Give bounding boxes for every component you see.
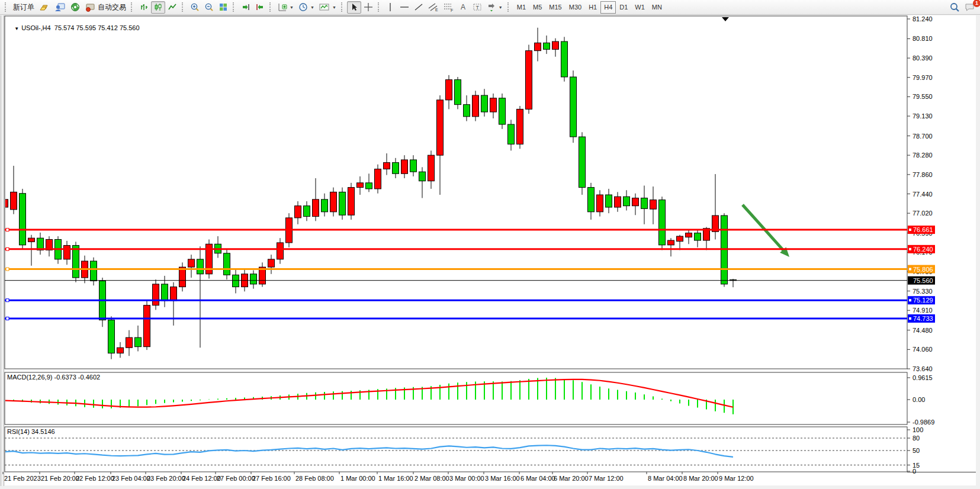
chart-canvas[interactable]: 81.24080.81080.39079.97079.55079.13078.7… [0, 0, 980, 489]
candle-up [535, 43, 541, 50]
svg-text:A: A [461, 3, 465, 11]
auto-scroll-icon[interactable] [239, 1, 253, 14]
candle-up [357, 183, 364, 188]
timeframe-h1[interactable]: H1 [585, 1, 600, 14]
candle-up [179, 267, 186, 287]
chart-symbol-period: USOil-,H4 [21, 24, 51, 31]
user-terminal-icon[interactable] [52, 1, 68, 14]
candle-up [64, 246, 70, 259]
macd-indicator-label: MACD(12,26,9) -0.6373 -0.4602 [7, 374, 100, 381]
timeframe-h4[interactable]: H4 [600, 1, 616, 14]
candle-up [615, 197, 621, 207]
candle-down [570, 77, 577, 137]
candle-up [375, 169, 381, 189]
timeframe-m1[interactable]: M1 [513, 1, 529, 14]
candle-up [428, 155, 435, 181]
timeframe-mn[interactable]: MN [648, 1, 666, 14]
candle-up [330, 192, 337, 211]
fibonacci-tool-icon[interactable]: F [441, 1, 457, 14]
period-clock-button[interactable]: ▼ [296, 1, 317, 14]
candle-up [28, 238, 35, 242]
candle-up [313, 200, 319, 217]
crosshair-tool-icon[interactable] [361, 1, 375, 14]
time-axis[interactable] [5, 472, 976, 485]
svg-text:F: F [451, 8, 453, 12]
candle-up [188, 259, 195, 267]
candle-down [162, 284, 168, 301]
line-handle[interactable] [6, 299, 9, 302]
equidistant-channel-tool-icon[interactable]: E [426, 1, 441, 14]
chart-shift-icon[interactable] [253, 1, 267, 14]
auto-trading-button[interactable]: 自动交易 [83, 1, 128, 14]
candle-up [384, 163, 390, 169]
candle-down [108, 320, 115, 353]
candle-down [464, 105, 470, 117]
line-handle[interactable] [6, 317, 9, 320]
new-order-button[interactable]: 新订单 [11, 1, 37, 14]
candle-down [561, 41, 568, 77]
rsi-indicator-label: RSI(14) 34.5146 [7, 428, 55, 435]
toolbar-grip [182, 2, 185, 12]
template-button[interactable]: ▼ [317, 1, 339, 14]
main-toolbar: 新订单 自动交易 [0, 0, 980, 15]
cursor-tool-icon[interactable] [347, 1, 361, 14]
candle-up [473, 95, 479, 117]
timeframe-d1[interactable]: D1 [616, 1, 631, 14]
candle-down [304, 206, 310, 217]
candle-down [366, 183, 372, 189]
search-icon[interactable] [947, 1, 962, 14]
toolbar-grip [233, 2, 236, 12]
candle-down [393, 163, 399, 174]
candle-down [73, 246, 79, 278]
chart-menu-icon[interactable]: ▼ [14, 26, 19, 31]
candle-up [153, 284, 159, 305]
chart-background [5, 15, 976, 485]
broadcast-signal-icon[interactable] [68, 1, 83, 14]
timeframe-m15[interactable]: M15 [545, 1, 565, 14]
text-label-tool-icon[interactable]: T [470, 1, 484, 14]
candle-down [499, 98, 506, 124]
vertical-line-tool-icon[interactable] [384, 1, 397, 14]
candle-down [659, 200, 666, 245]
line-chart-icon[interactable] [165, 1, 179, 14]
window-splitter[interactable] [1, 15, 4, 486]
add-indicator-button[interactable]: ▼ [275, 1, 296, 14]
candle-down [233, 275, 239, 287]
price-axis[interactable] [907, 16, 978, 472]
trendline-tool-icon[interactable] [412, 1, 426, 14]
candle-down [606, 195, 612, 207]
zoom-out-icon[interactable] [202, 1, 216, 14]
bar-chart-icon[interactable] [137, 1, 151, 14]
line-handle[interactable] [6, 229, 9, 231]
candle-down [624, 197, 630, 206]
candle-down [588, 188, 595, 212]
candlestick-chart-icon[interactable] [151, 1, 165, 14]
candle-up [437, 100, 444, 155]
timeframe-m5[interactable]: M5 [529, 1, 545, 14]
candle-up [490, 98, 497, 112]
line-handle[interactable] [6, 268, 9, 271]
auto-trading-label: 自动交易 [98, 2, 126, 12]
gold-ingot-icon[interactable] [37, 1, 52, 14]
toolbar-grip [378, 2, 381, 12]
text-tool-icon[interactable]: A [457, 1, 470, 14]
tile-windows-icon[interactable] [216, 1, 230, 14]
candle-up [677, 236, 683, 242]
candle-down [641, 198, 648, 208]
arrows-tool-button[interactable]: ▼ [484, 1, 505, 14]
candle-up [117, 348, 124, 353]
zoom-in-icon[interactable] [188, 1, 202, 14]
candle-down [91, 261, 97, 281]
timeframe-m30[interactable]: M30 [565, 1, 585, 14]
line-handle[interactable] [6, 247, 9, 250]
candle-up [11, 192, 17, 210]
dropdown-caret-icon: ▼ [310, 5, 314, 9]
timeframe-w1[interactable]: W1 [631, 1, 648, 14]
candle-up [632, 198, 639, 205]
chat-icon[interactable]: 1 [962, 1, 978, 14]
candle-down [481, 95, 488, 112]
candle-up [401, 160, 408, 173]
horizontal-line-tool-icon[interactable] [397, 1, 412, 14]
toolbar-grip [341, 2, 345, 12]
candle-up [446, 80, 452, 100]
